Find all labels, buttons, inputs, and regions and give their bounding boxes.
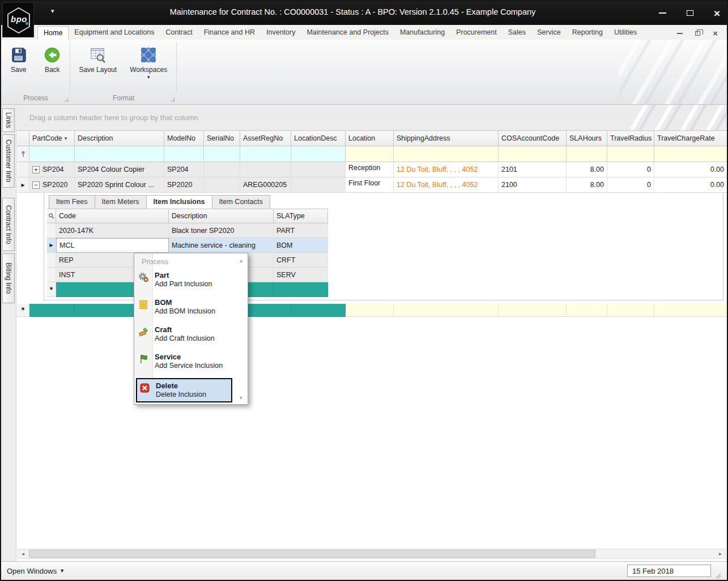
save-layout-button[interactable]: Save Layout [77, 43, 119, 92]
menu-scroll-up-icon[interactable]: ▲ [239, 258, 244, 264]
search-icon[interactable] [48, 213, 54, 219]
menu-item-bom[interactable]: BOM Add BOM Inclusion [134, 296, 248, 317]
tab-item-contacts[interactable]: Item Contacts [212, 195, 270, 209]
tab-service[interactable]: Service [531, 26, 567, 40]
new-row-cell-travelchargerate[interactable] [654, 304, 727, 317]
sidebar-item-links[interactable]: Links [2, 108, 15, 132]
cell-locationdesc[interactable] [291, 177, 346, 193]
close-icon[interactable]: × [714, 8, 720, 19]
menu-item-craft[interactable]: Craft Add Craft Inclusion [134, 324, 248, 345]
cell-slatype[interactable]: SERV [274, 268, 328, 282]
sidebar-item-customer-info[interactable]: Customer Info [2, 134, 15, 188]
new-row-cell-shippingaddress[interactable] [394, 304, 499, 317]
cell-inclusion-description[interactable]: Black toner SP2020 [169, 223, 274, 238]
cell-location[interactable]: First Floor [346, 177, 394, 193]
cell-description[interactable]: SP2020 Sprint Colour ... [75, 177, 164, 193]
filter-cell-slahours[interactable] [567, 146, 607, 162]
menu-item-delete[interactable]: Delete Delete Inclusion [136, 378, 232, 402]
column-header-cosaccountcode[interactable]: COSAccountCode [499, 130, 567, 146]
mdi-restore-icon[interactable] [695, 31, 700, 36]
tab-home[interactable]: Home [37, 26, 69, 40]
cell-slatype[interactable]: BOM [274, 238, 328, 253]
dialog-launcher-icon[interactable] [65, 98, 68, 101]
column-header-serialno[interactable]: SerialNo [204, 130, 240, 146]
column-header-travelradius[interactable]: TravelRadius [607, 130, 654, 146]
row-indicator-cell[interactable] [47, 268, 56, 282]
row-indicator-cell[interactable] [47, 223, 56, 238]
cell-slatype[interactable]: CRFT [274, 253, 328, 268]
tab-utilities[interactable]: Utilities [608, 26, 642, 40]
horizontal-scrollbar[interactable]: ◄ ► [18, 549, 726, 559]
tab-manufacturing[interactable]: Manufacturing [394, 26, 450, 40]
status-date-field[interactable]: 15 Feb 2018 [627, 565, 711, 577]
menu-scroll-down-icon[interactable]: ▼ [239, 395, 244, 401]
cell-modelno[interactable]: SP204 [164, 162, 204, 177]
new-row-cell-partcode[interactable] [29, 304, 75, 317]
menu-item-part[interactable]: Part Add Part Inclusion [134, 269, 248, 290]
tab-finance-and-hr[interactable]: Finance and HR [198, 26, 261, 40]
maximize-icon[interactable] [687, 10, 693, 16]
column-header-location[interactable]: Location [346, 130, 394, 146]
tab-procurement[interactable]: Procurement [450, 26, 503, 40]
cell-serialno[interactable] [204, 177, 240, 193]
cell-travelradius[interactable]: 0 [607, 162, 654, 177]
cell-locationdesc[interactable] [291, 162, 346, 177]
cell-slatype[interactable]: PART [274, 223, 328, 238]
filter-cell-travelchargerate[interactable] [654, 146, 727, 162]
cell-assetregno[interactable] [240, 162, 291, 177]
row-indicator-cell[interactable]: ▶ [47, 238, 56, 253]
column-header-locationdesc[interactable]: LocationDesc [291, 130, 346, 146]
tab-inventory[interactable]: Inventory [261, 26, 301, 40]
filter-caret-icon[interactable]: ▾ [65, 135, 67, 141]
filter-cell-assetregno[interactable] [240, 146, 291, 162]
sidebar-item-contract-info[interactable]: Contract Info [2, 198, 15, 251]
cell-travelchargerate[interactable]: 0.00 [654, 162, 727, 177]
new-row-indicator[interactable]: * [47, 282, 56, 297]
scrollbar-thumb[interactable] [29, 550, 595, 558]
cell-code[interactable]: 2020-147K [56, 223, 169, 238]
filter-cell-partcode[interactable] [29, 146, 75, 162]
cell-partcode[interactable]: − SP2020 [29, 177, 75, 193]
save-button[interactable]: Save [5, 43, 33, 92]
resize-grip-icon[interactable] [713, 571, 721, 579]
column-header-modelno[interactable]: ModelNo [164, 130, 204, 146]
filter-cell-location[interactable] [346, 146, 394, 162]
column-header-travelchargerate[interactable]: TravelChargeRate [654, 130, 727, 146]
workspaces-button[interactable]: Workspaces ▾ [128, 43, 170, 92]
cell-location[interactable]: Reception [346, 162, 394, 177]
new-row-cell-slahours[interactable] [567, 304, 607, 317]
collapse-icon[interactable]: − [32, 181, 40, 189]
cell-cosaccountcode[interactable]: 2101 [499, 162, 567, 177]
column-header-partcode[interactable]: PartCode ▾ [29, 130, 75, 146]
filter-cell-shippingaddress[interactable] [394, 146, 499, 162]
new-row-cell-locationdesc[interactable] [291, 304, 346, 317]
cell-description[interactable]: SP204 Colour Copier [75, 162, 164, 177]
column-header-slatype[interactable]: SLAType [274, 209, 328, 223]
cell-cosaccountcode[interactable]: 2100 [499, 177, 567, 193]
cell-inclusion-description[interactable]: Machine service - cleaning [169, 238, 274, 253]
cell-code-focused[interactable]: MCL [56, 238, 169, 253]
sidebar-item-billing-info[interactable]: Billing Info [2, 253, 15, 303]
cell-serialno[interactable] [204, 162, 240, 177]
open-windows-button[interactable]: Open Windows [7, 567, 57, 575]
tab-reporting[interactable]: Reporting [567, 26, 608, 40]
column-header-shippingaddress[interactable]: ShippingAddress [394, 130, 499, 146]
cell-travelchargerate[interactable]: 0.00 [654, 177, 727, 193]
row-indicator-cell[interactable] [47, 253, 56, 268]
row-indicator-cell[interactable] [17, 162, 29, 177]
mdi-close-icon[interactable]: × [713, 29, 718, 37]
cell-shippingaddress[interactable]: 12 Du Toit, Bluff, , , , 4052 [394, 177, 499, 193]
filter-cell-modelno[interactable] [164, 146, 204, 162]
expand-icon[interactable]: + [32, 166, 40, 173]
cell-travelradius[interactable]: 0 [607, 177, 654, 193]
tab-item-meters[interactable]: Item Meters [95, 195, 147, 209]
cell-modelno[interactable]: SP2020 [164, 177, 204, 193]
column-header-assetregno[interactable]: AssetRegNo [240, 130, 291, 146]
new-row-cell-slatype[interactable] [274, 282, 328, 297]
quick-access-caret-icon[interactable]: ▾ [51, 7, 54, 15]
scroll-right-icon[interactable]: ► [716, 552, 725, 557]
cell-slahours[interactable]: 8.00 [567, 177, 607, 193]
tab-sales[interactable]: Sales [503, 26, 531, 40]
tab-equipment-and-locations[interactable]: Equipment and Locations [69, 26, 160, 40]
column-header-description[interactable]: Description [75, 130, 164, 146]
